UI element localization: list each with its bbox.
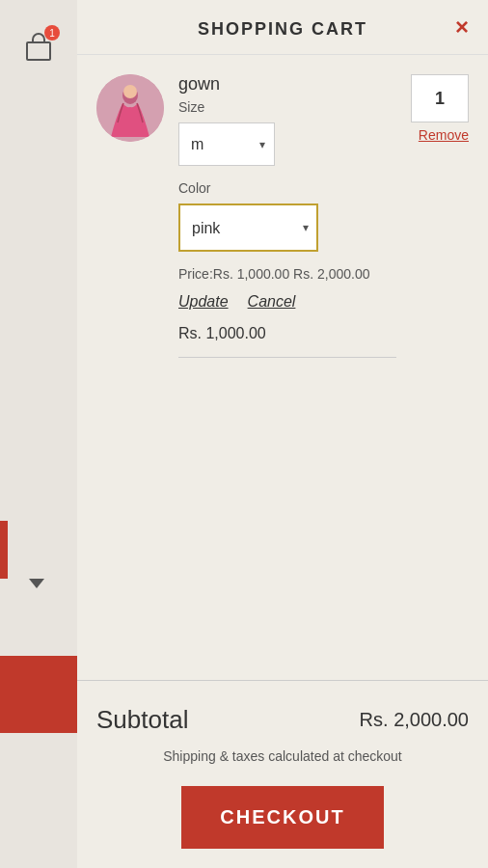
item-total: Rs. 1,000.00: [178, 325, 396, 358]
sidebar-red-box: [0, 656, 77, 733]
color-select-container[interactable]: pink red blue green white ▾: [178, 203, 318, 252]
color-label: Color: [178, 180, 396, 196]
product-name: gown: [178, 74, 396, 95]
subtotal-label: Subtotal: [96, 705, 188, 735]
subtotal-row: Subtotal Rs. 2,000.00: [96, 705, 469, 735]
svg-rect-0: [27, 42, 50, 60]
checkout-button[interactable]: CHECKOUT: [181, 786, 384, 849]
modal-title: SHOPPING CART: [198, 19, 367, 40]
size-label: Size: [178, 99, 396, 115]
cart-item-row: gown Size xs s m l xl ▾: [96, 74, 469, 358]
sidebar: 1: [0, 0, 77, 868]
product-thumbnail: [96, 74, 164, 142]
shipping-note: Shipping & taxes calculated at checkout: [96, 746, 469, 767]
cart-icon-wrapper[interactable]: 1: [21, 29, 56, 68]
size-select-container[interactable]: xs s m l xl ▾: [178, 122, 275, 166]
product-info: gown Size xs s m l xl ▾: [178, 74, 396, 358]
subtotal-section: Subtotal Rs. 2,000.00 Shipping & taxes c…: [77, 680, 488, 868]
close-button[interactable]: ×: [455, 15, 469, 39]
action-links: Update Cancel: [178, 293, 396, 311]
sidebar-accent-bar: [0, 521, 8, 579]
price-info: Price:Rs. 1,000.00 Rs. 2,000.00: [178, 266, 396, 282]
quantity-box[interactable]: 1: [411, 74, 469, 122]
color-select[interactable]: pink red blue green white: [178, 203, 318, 252]
cancel-link[interactable]: Cancel: [248, 293, 296, 311]
remove-section: 1 Remove: [411, 74, 469, 143]
remove-link[interactable]: Remove: [419, 127, 469, 143]
update-link[interactable]: Update: [178, 293, 229, 311]
color-select-wrapper: pink red blue green white ▾: [178, 203, 396, 252]
size-select[interactable]: xs s m l xl: [178, 122, 275, 166]
modal-header: SHOPPING CART ×: [77, 0, 488, 55]
shopping-cart-panel: SHOPPING CART × gown Size: [77, 0, 488, 868]
subtotal-value: Rs. 2,000.00: [360, 709, 469, 731]
sidebar-dropdown-arrow-icon: [29, 579, 44, 588]
svg-point-3: [123, 85, 137, 98]
cart-item-section: gown Size xs s m l xl ▾: [77, 55, 488, 680]
size-select-wrapper: xs s m l xl ▾: [178, 122, 396, 166]
cart-badge: 1: [44, 25, 60, 41]
